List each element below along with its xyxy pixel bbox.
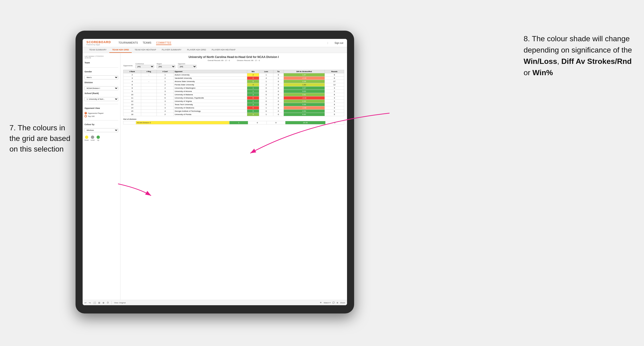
col-loss: Loss [259,70,273,73]
gender-select[interactable]: Men's [84,75,118,79]
watch-icon: 👁 [320,302,322,304]
share-icon[interactable]: ⊞ [337,302,338,304]
cell-tie: 0 [273,83,284,86]
cell-diff: -4.33 [284,96,325,100]
cell-tie: 0 [273,93,284,96]
region-select[interactable]: (All) [156,65,176,68]
cell-conf: 1 [156,103,174,106]
nav-teams[interactable]: TEAMS [142,41,151,45]
cell-rounds: 3 [324,106,344,110]
clock-icon[interactable]: ⏱ [107,302,109,304]
cell-tie: 0 [273,103,284,106]
cell-opponent: University of Florida [174,113,247,116]
top-nav: SCOREBOARD Powered by clippd TOURNAMENTS… [82,39,347,47]
table-row: 10 5 University of Alabama 3 0 0 2.61 8 [124,93,344,96]
right-content: University of North Carolina Head-to-Hea… [120,53,347,300]
radio-dot-played [84,112,87,114]
cell-tie: 0 [273,77,284,80]
table-row: 4 - 1 Arizona State University 5 1 0 2.2… [124,80,344,83]
cell-win: 4 [247,83,259,86]
cell-conf: 6 [156,96,174,100]
table-row: 14 3 University of Oklahoma 0 1 0 -1.00 … [124,106,344,110]
main-content: Last Updated: 27/03/2024 16:55:38 Team G… [82,53,347,300]
tab-player-summary[interactable]: PLAYER SUMMARY [159,47,184,53]
cell-opponent: Georgia Institute of Technology [174,110,247,113]
sign-out-link[interactable]: Sign out [334,42,343,44]
cell-diff: 2.61 [284,93,325,96]
nav-committee[interactable]: COMMITTEE [156,41,172,45]
tab-player-h2h-grid[interactable]: PLAYER H2H GRID [184,47,209,53]
cell-tie: 0 [273,100,284,103]
cell-tie: 0 [273,96,284,100]
radio-opponents-played[interactable]: Opponents Played [84,112,118,114]
cell-conf: 2 [156,86,174,90]
col-rank: # Rank [124,70,141,73]
radio-dot-top100 [84,115,87,117]
tab-player-h2h-heatmap[interactable]: PLAYER H2H HEATMAP [209,47,238,53]
tab-team-h2h-heatmap[interactable]: TEAM H2H HEATMAP [132,47,159,53]
cell-loss: 1 [259,106,273,110]
cell-loss: 1 [259,80,273,83]
cell-diff: 2.33 [284,100,325,103]
tab-team-summary[interactable]: TEAM SUMMARY [86,47,109,53]
nav-tournaments[interactable]: TOURNAMENTS [118,41,138,45]
cell-win: 3 [247,103,259,106]
cell-diff: 9.00 [284,90,325,93]
division-select[interactable]: NCAA Division I [84,86,118,90]
cell-loss: 1 [259,96,273,100]
cell-conf: 2 [156,83,174,86]
cell-loss: 0 [259,110,273,113]
cell-loss: 0 [259,93,273,96]
redo-icon[interactable]: ↪ [89,302,91,304]
cell-rounds: 17 [324,80,344,83]
ood-diff: 26.00 [285,121,325,125]
radio-top100[interactable]: Top 100 [84,115,118,117]
cell-loss: 0 [259,100,273,103]
tablet-screen: SCOREBOARD Powered by clippd TOURNAMENTS… [82,39,347,305]
colour-by-select[interactable]: Win/loss [84,128,118,132]
division-record: Division Record: 88 - 17 - 0 [237,59,260,61]
cell-loss: 0 [259,90,273,93]
comment-icon[interactable]: 💬 [332,302,335,304]
cell-rank: 14 [124,106,141,110]
share-label[interactable]: Share [340,302,345,304]
cell-tie: 0 [273,113,284,116]
table-row: 11 6 University of Arkansas, Fayettevill… [124,96,344,100]
filter-region: Region (All) [156,63,176,68]
opponent-view-radio: Opponents Played Top 100 [84,112,118,117]
table-row: 13 1 Texas Tech University 3 0 0 5.56 9 [124,103,344,106]
annotation-bold2: Diff Av Strokes/Rnd [562,57,632,65]
cell-opponent: University of Arizona [174,90,247,93]
cell-loss: 0 [259,86,273,90]
cell-reg [141,86,156,90]
table-row: 16 2 University of Florida 3 1 0 6.62 5 [124,113,344,116]
annotation-comma: , [557,57,562,65]
cell-rank: 9 [124,90,141,93]
col-reg: # Reg [141,70,156,73]
forward-icon[interactable]: ⬜ [93,302,96,304]
cell-rounds: 8 [324,93,344,96]
cell-conf: 3 [156,106,174,110]
opponent-select[interactable]: (All) [178,65,197,68]
cell-rank: 8 [124,86,141,90]
team-label: Team [84,61,118,64]
toolbar-actions: 👁 Watch ▾ 💬 ⊞ Share [320,302,345,304]
school-select[interactable]: 1. University of Nort... [84,97,118,101]
cell-diff: 1.83 [284,83,325,86]
grid-title: University of North Carolina Head-to-Hea… [123,55,344,59]
cell-rank: 6 [124,83,141,86]
tab-team-h2h-grid[interactable]: TEAM H2H GRID [109,47,132,53]
view-label[interactable]: View: Original [114,302,126,304]
cell-rank: 12 [124,100,141,103]
out-of-division-label: Out of division [123,118,344,120]
crop-icon[interactable]: ⊞ [98,302,100,304]
cell-opponent: University of Alabama [174,93,247,96]
filter-conference: Conference (All) [135,63,154,68]
cell-conf: 5 [156,93,174,96]
toolbar: ↩ ↪ ⬜ ⊞ ⊕ ⏱ View: Original 👁 Watch ▾ 💬 ⊞… [82,300,347,305]
timer-icon[interactable]: ⊕ [102,302,104,304]
conference-select[interactable]: (All) [135,65,154,68]
watch-label[interactable]: Watch ▾ [324,302,330,304]
undo-icon[interactable]: ↩ [84,302,86,304]
cell-rank: 11 [124,96,141,100]
